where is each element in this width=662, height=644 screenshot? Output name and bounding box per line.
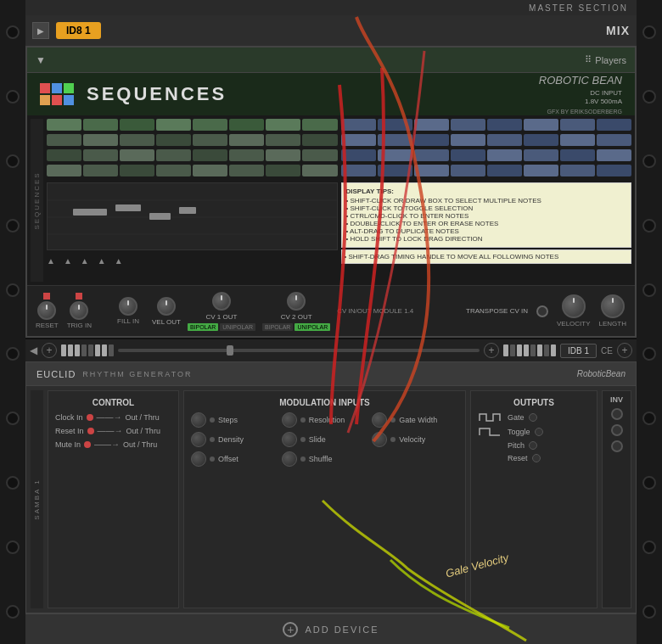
transport-pad: [61, 344, 66, 356]
cv2-unipolar[interactable]: UNIPOLAR: [295, 323, 330, 331]
arrow-left5[interactable]: ▲: [115, 256, 123, 266]
play-button[interactable]: ▶: [32, 22, 49, 39]
reset-out-jack[interactable]: [532, 454, 541, 462]
toggle-waveform: [478, 427, 503, 437]
add-device-label: ADD DEVICE: [305, 624, 379, 635]
reset-knob[interactable]: [37, 301, 56, 320]
shuffle-knob[interactable]: [282, 451, 297, 467]
resolution-dot: [300, 417, 306, 423]
transport-add-far-right[interactable]: +: [617, 343, 632, 358]
transport-add-left[interactable]: +: [42, 343, 57, 358]
seq-dropdown[interactable]: ▼: [36, 54, 46, 66]
slide-dot: [300, 437, 306, 442]
arrow-left[interactable]: ▲: [47, 256, 55, 266]
track-hole: [642, 347, 656, 361]
transport-pads-right: [503, 344, 556, 356]
tip-5: • ALT-DRAG TO DUPLICATE NOTES: [346, 227, 627, 235]
vel-out-knob[interactable]: [157, 297, 176, 316]
transport-fader-thumb: [227, 345, 233, 356]
cv-section: VEL OUT CV 1 OUT BIPOLAR UNIPOLAR CV 2 O…: [152, 292, 413, 331]
fill-in-knob[interactable]: [119, 297, 137, 316]
velocity-group: VELOCITY: [557, 294, 591, 328]
cv1-unipolar[interactable]: UNIPOLAR: [220, 323, 255, 331]
add-device-bar[interactable]: + ADD DEVICE: [25, 613, 637, 644]
track-hole: [6, 347, 20, 361]
seq-tips-box: DISPLAY TIPS: • SHIFT-CLICK OR DRAW BOX …: [341, 182, 632, 248]
track-hole: [642, 90, 656, 104]
gate-jack[interactable]: [529, 413, 537, 422]
transpose-cv-jack[interactable]: [536, 305, 548, 317]
transport-pad: [95, 344, 100, 356]
length-group: LENGTH: [599, 294, 626, 328]
trig-led: [76, 293, 82, 300]
mod-offset: Offset: [191, 451, 278, 467]
reset-label: RESET: [36, 322, 59, 329]
euclid-header: EUCLID RHYTHM GENERATOR RoboticBean: [26, 362, 636, 386]
output-gate-row: Gate: [478, 412, 590, 423]
euclid-title: EUCLID: [36, 369, 76, 379]
resolution-knob[interactable]: [282, 412, 297, 428]
track-hole: [642, 540, 656, 554]
piano-roll-controls: ▲ ▲ ▲ ▲ ▲: [47, 256, 338, 266]
seq-track-row: [47, 165, 338, 176]
add-device-icon: +: [283, 622, 298, 637]
euclid-logo: RoboticBean: [577, 369, 626, 378]
velocity-mod-knob[interactable]: [372, 432, 387, 447]
steps-knob[interactable]: [191, 412, 206, 428]
gate-width-knob[interactable]: [372, 412, 387, 428]
players-button[interactable]: ⠿ Players: [585, 54, 626, 65]
clock-dot: [87, 414, 93, 421]
seq-piano-roll-area[interactable]: ▲ ▲ ▲ ▲ ▲: [47, 182, 338, 250]
arrow-left4[interactable]: ▲: [98, 256, 106, 266]
euclid-mod-title: MODULATION INPUTS: [191, 398, 458, 407]
id8-label: ID8 1: [56, 22, 101, 39]
transport-add-right[interactable]: +: [484, 343, 499, 358]
track-hole: [6, 154, 20, 168]
track-hole: [642, 412, 656, 425]
tip-6: • HOLD SHIFT TO LOCK DRAG DIRECTION: [346, 235, 627, 243]
control-clock-row: Clock In ——→ Out / Thru: [55, 412, 171, 422]
id8-row: ▶ ID8 1 MIX: [25, 15, 637, 46]
transport-pad: [510, 344, 515, 356]
track-hole: [642, 605, 656, 619]
mod-grid: Steps Resolution Gate Width: [191, 412, 458, 467]
seq-track-row: [47, 119, 338, 131]
inv-jack-2[interactable]: [611, 424, 623, 436]
cv1-out-knob[interactable]: [212, 292, 231, 311]
slide-knob[interactable]: [282, 432, 297, 447]
track-hole: [642, 283, 656, 297]
cv2-out-knob[interactable]: [287, 292, 306, 311]
mod-velocity: Velocity: [372, 432, 458, 447]
euclid-inv-section: INV: [602, 390, 631, 608]
trig-label: TRIG IN: [67, 322, 92, 329]
output-pitch-row: Pitch: [478, 441, 590, 450]
inv-jack-1[interactable]: [611, 408, 623, 420]
trig-knob[interactable]: [70, 301, 88, 320]
cv2-bipolar[interactable]: BIPOLAR: [262, 323, 293, 331]
density-knob[interactable]: [191, 432, 206, 447]
transport-pad: [68, 344, 73, 356]
arrow-left3[interactable]: ▲: [81, 256, 89, 266]
cv-module-label: CV IN/OUT MODULE 1.4: [337, 307, 413, 315]
transport-fader[interactable]: [118, 349, 480, 352]
velocity-knob[interactable]: [562, 294, 586, 318]
transport-collapse-left[interactable]: ◀: [30, 344, 37, 356]
inv-jack-3[interactable]: [611, 440, 623, 452]
euclid-subtitle: RHYTHM GENERATOR: [82, 370, 192, 378]
transport-pad: [503, 344, 508, 356]
seq-icon: [40, 83, 74, 105]
velocity-label: VELOCITY: [557, 320, 591, 328]
arrow-left2[interactable]: ▲: [64, 256, 72, 266]
toggle-jack[interactable]: [535, 428, 543, 436]
cv2-toggles: BIPOLAR UNIPOLAR: [262, 323, 330, 331]
pitch-jack[interactable]: [529, 441, 537, 450]
offset-knob[interactable]: [191, 451, 206, 467]
transport-bar: ◀ + + IDB 1 CE +: [25, 338, 637, 361]
reset-dot: [87, 428, 94, 434]
length-knob[interactable]: [601, 294, 625, 318]
svg-rect-5: [149, 213, 171, 220]
seq-header: ▼ ⠿ Players: [27, 48, 635, 73]
track-hole: [642, 476, 656, 490]
cv1-bipolar[interactable]: BIPOLAR: [188, 323, 218, 331]
length-label: LENGTH: [599, 320, 626, 328]
